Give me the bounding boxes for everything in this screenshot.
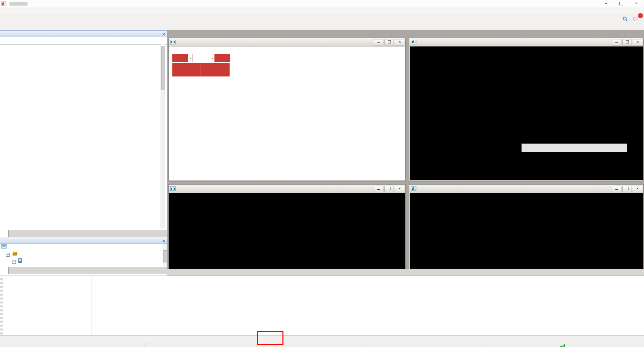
navigator-panel: ✕ − + xyxy=(0,237,167,276)
market-watch-scrollbar[interactable] xyxy=(161,44,165,228)
volume-input[interactable] xyxy=(193,54,210,62)
market-watch-column-header[interactable] xyxy=(0,37,167,45)
minimize-button[interactable]: – xyxy=(599,0,614,7)
volume-decrease-stepper[interactable]: ▼ xyxy=(188,54,193,62)
chart-window-xauusd-h1-bottom[interactable]: ✕ xyxy=(168,184,406,269)
close-button[interactable]: × xyxy=(629,0,644,7)
chart-close-button[interactable]: ✕ xyxy=(633,39,642,45)
tab-symbols[interactable] xyxy=(0,230,9,237)
connection-bars-icon xyxy=(560,344,565,347)
mt4-application-window: – × ✕ xyxy=(0,0,644,347)
market-watch-header: ✕ xyxy=(0,30,167,37)
chart-restore-button[interactable] xyxy=(622,186,632,192)
chart-minimize-button[interactable] xyxy=(612,186,621,192)
market-watch-table xyxy=(0,44,161,228)
chart-restore-button[interactable] xyxy=(384,186,394,192)
navigator-item-terminal[interactable] xyxy=(1,244,162,251)
chart-close-button[interactable]: ✕ xyxy=(633,186,642,192)
chart-icon xyxy=(170,186,176,192)
volume-increase-stepper[interactable]: ▲ xyxy=(210,54,215,62)
terminal-drag-handle[interactable] xyxy=(0,276,3,336)
journal-column-header[interactable] xyxy=(3,276,644,284)
chart-h1b-plot-area[interactable] xyxy=(169,193,405,269)
menu-bar xyxy=(0,7,644,14)
connection-status xyxy=(560,344,567,347)
chart-window-title-bar[interactable]: ✕ xyxy=(169,38,405,46)
chart-window-audusd-h1[interactable]: ✕ xyxy=(409,184,644,269)
collapse-icon[interactable]: − xyxy=(6,253,10,257)
navigator-scrollbar[interactable] xyxy=(163,244,167,266)
market-watch-close-icon[interactable]: ✕ xyxy=(162,31,165,37)
navigator-item-partial xyxy=(1,265,162,266)
tab-favorites[interactable] xyxy=(9,267,17,274)
notification-count-badge xyxy=(638,13,643,18)
navigator-header: ✕ xyxy=(0,237,167,244)
indicator-tooltip xyxy=(521,144,627,152)
terminal-tab-bar xyxy=(0,335,644,343)
chart-minimize-button[interactable] xyxy=(374,186,383,192)
chart-minimize-button[interactable] xyxy=(374,39,383,45)
buy-price-button[interactable] xyxy=(201,63,230,76)
expand-icon[interactable]: + xyxy=(12,260,16,264)
chart-window-xauusd-h1-top[interactable]: ✕ xyxy=(409,38,644,181)
chart-restore-button[interactable] xyxy=(622,39,632,45)
sell-price-button[interactable] xyxy=(172,63,201,76)
chart-window-title-bar[interactable]: ✕ xyxy=(409,185,643,193)
tab-tick-chart[interactable] xyxy=(9,230,17,237)
terminal-panel xyxy=(0,276,644,336)
search-icon[interactable] xyxy=(620,15,630,23)
navigator-item-accounts[interactable]: − xyxy=(1,251,162,258)
account-server-icon xyxy=(18,259,22,263)
market-watch-tabs xyxy=(0,230,167,237)
standard-toolbar xyxy=(0,14,644,24)
accounts-icon xyxy=(12,252,18,256)
window-title xyxy=(9,1,28,6)
account-server-icon xyxy=(12,265,16,266)
redacted-account-number xyxy=(9,2,28,6)
maximize-button[interactable] xyxy=(614,0,629,7)
chart-minimize-button[interactable] xyxy=(612,39,621,45)
notifications-icon[interactable] xyxy=(631,15,641,23)
chart-tab-bar xyxy=(167,269,644,276)
navigator-tabs xyxy=(0,267,167,274)
chart-icon xyxy=(170,40,176,45)
sell-button[interactable] xyxy=(172,54,188,62)
chart-aud-plot-area[interactable] xyxy=(410,193,643,269)
chart-window-title-bar[interactable]: ✕ xyxy=(169,185,405,193)
chart-window-xauusd-m5[interactable]: ✕ ▼ ▲ xyxy=(168,38,406,181)
status-bar xyxy=(0,343,644,347)
mt4-logo-icon xyxy=(1,1,7,7)
chart-close-button[interactable]: ✕ xyxy=(395,39,404,45)
chart-workspace: ✕ ▼ ▲ xyxy=(167,30,644,269)
navigator-item-dooprime-demo[interactable]: + xyxy=(1,258,162,265)
line-studies-timeframe-toolbar xyxy=(0,23,644,31)
chart-restore-button[interactable] xyxy=(384,39,394,45)
chart-h1-plot-area[interactable] xyxy=(410,46,643,180)
tab-common[interactable] xyxy=(0,267,9,274)
journal-message-list xyxy=(3,284,644,336)
chart-close-button[interactable]: ✕ xyxy=(395,186,404,192)
chart-icon xyxy=(411,186,416,192)
title-bar: – × xyxy=(0,0,644,8)
terminal-icon xyxy=(1,245,7,249)
market-watch-panel: ✕ xyxy=(0,30,167,237)
buy-button[interactable] xyxy=(215,54,230,62)
navigator-close-icon[interactable]: ✕ xyxy=(162,238,165,244)
chart-window-title-bar[interactable]: ✕ xyxy=(409,38,643,46)
one-click-trading-widget: ▼ ▲ xyxy=(172,54,230,76)
chart-m5-plot-area[interactable]: ▼ ▲ xyxy=(169,46,405,180)
chart-icon xyxy=(411,40,416,45)
